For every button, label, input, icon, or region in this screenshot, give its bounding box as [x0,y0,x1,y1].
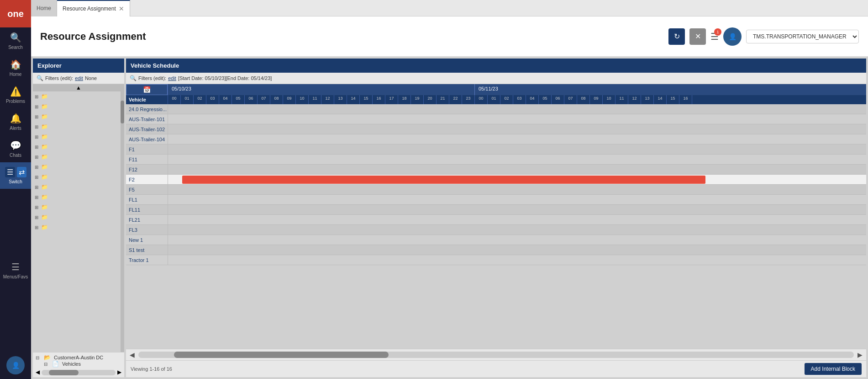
vehicle-name[interactable]: AUS-Trailer-102 [126,124,168,134]
vehicle-name[interactable]: AUS-Trailer-101 [126,114,168,124]
vehicle-name[interactable]: F12 [126,165,168,174]
vehicle-schedule [168,215,866,224]
vehicle-name[interactable]: FL3 [126,225,168,235]
tree-row[interactable]: ⊞📁 [33,192,124,202]
hour-cell: 03 [206,95,219,104]
schedule-block[interactable] [182,176,706,184]
tree-row[interactable]: ⊞📁 [33,172,124,182]
tree-bottom-vehicles[interactable]: ⊟ 📄 Vehicles [36,361,121,367]
user-select[interactable]: TMS.TRANSPORTATION_MANAGER [746,30,859,43]
scroll-right-arrow[interactable]: ▶ [857,351,863,358]
sidebar-item-problems[interactable]: ⚠️ Problems [0,81,31,108]
refresh-button[interactable]: ↻ [668,28,685,45]
app-logo[interactable]: one [0,0,31,27]
sidebar-item-switch[interactable]: ☰ ⇄ Switch [0,162,31,189]
hours-container: 0001020304050607080910111213141516171819… [168,95,866,104]
vehicle-row: S1 test [126,245,866,255]
vehicle-schedule [168,205,866,214]
tree-row[interactable]: ⊞📁 [33,182,124,192]
vehicle-row: New 1 [126,235,866,245]
hour-cell: 07 [564,95,577,104]
menus-icon: ☰ [11,262,20,272]
vehicle-name[interactable]: AUS-Trailer-104 [126,134,168,144]
sidebar-user-avatar[interactable]: 👤 [0,352,31,379]
tree-row[interactable]: ⊞📁 [33,212,124,222]
avatar[interactable]: 👤 [6,356,25,374]
switch-right-icon: ⇄ [17,167,26,177]
schedule-filter-edit[interactable]: edit [168,75,176,81]
switch-left-icon: ☰ [5,167,15,177]
vehicle-row: FL21 [126,215,866,225]
vehicle-name[interactable]: New 1 [126,235,168,245]
hour-cell: 08 [577,95,590,104]
close-button[interactable]: ✕ [689,28,706,45]
tree-row[interactable]: ⊞📁 [33,101,124,112]
hour-cell: 07 [258,95,270,104]
scroll-left-arrow[interactable]: ◀ [130,351,135,358]
calendar-button[interactable]: 📅 [126,84,168,95]
tree-row[interactable]: ⊞📁 [33,152,124,162]
vehicle-row: F1 [126,144,866,155]
tab-close-icon[interactable]: ✕ [119,5,124,12]
vehicle-name[interactable]: F1 [126,144,168,154]
hour-cell: 00 [168,95,181,104]
hscroll-track[interactable] [42,370,116,375]
filter-icon: 🔍 [37,75,43,81]
hscroll-left[interactable]: ◀ [36,369,40,375]
sidebar-item-chats[interactable]: 💬 Chats [0,135,31,162]
tree-row[interactable]: ⊞📁 [33,91,124,101]
calendar-button-cell: 📅 [126,84,168,95]
tab-home[interactable]: Home [31,0,57,16]
hour-cell: 17 [385,95,398,104]
sidebar-item-problems-label: Problems [6,99,25,104]
hour-cell: 11 [615,95,628,104]
tree-row[interactable]: ⊞📁 [33,222,124,232]
tree-scrollbar-v[interactable] [121,91,124,352]
sidebar-item-alerts[interactable]: 🔔 Alerts [0,108,31,135]
hour-cell: 08 [270,95,283,104]
tree-scroll-up[interactable]: ▲ [33,84,124,91]
search-icon: 🔍 [10,32,21,43]
hour-cell: 15 [360,95,373,104]
vehicle-name[interactable]: 24.0 Regressio... [126,104,168,114]
vehicle-row: FL3 [126,225,866,235]
hour-cell: 06 [552,95,564,104]
vehicle-name[interactable]: F11 [126,155,168,164]
tree-row[interactable]: ⊞📁 [33,112,124,122]
explorer-filter-edit[interactable]: edit [75,75,83,81]
sidebar-item-menus[interactable]: ☰ Menus/Favs [0,257,31,284]
hour-cell: 05 [539,95,552,104]
tree-area: ▲ ⊞📁 ⊞📁 ⊞📁 ⊞📁 ⊞📁 ⊞📁 ⊞📁 ⊞📁 ⊞📁 ⊞📁 ⊞📁 ⊞📁 ⊞📁… [33,84,124,352]
vehicle-name[interactable]: F2 [126,175,168,184]
alerts-icon: 🔔 [10,113,21,124]
hour-cell: 22 [449,95,462,104]
hour-cell: 23 [462,95,475,104]
vehicle-schedule [168,165,866,174]
tree-row[interactable]: ⊞📁 [33,202,124,212]
tree-row[interactable]: ⊞📁 [33,132,124,142]
vehicle-name[interactable]: FL1 [126,195,168,204]
tree-row[interactable]: ⊞📁 [33,162,124,172]
vehicle-name[interactable]: FL11 [126,205,168,214]
page-header: Resource Assignment ↻ ✕ ☰ 1 👤 TMS.TRANSP… [31,16,868,57]
vehicle-name[interactable]: Tractor 1 [126,255,168,265]
hscroll-thumb [49,370,79,375]
tree-row[interactable]: ⊞📁 [33,122,124,132]
vehicle-name[interactable]: S1 test [126,245,168,255]
user-avatar[interactable]: 👤 [723,27,742,46]
tree-row[interactable]: ⊞📁 [33,142,124,152]
tree-bottom-customer[interactable]: ⊟ 📂 CustomerA-Austin DC [36,354,121,361]
hscroll-right[interactable]: ▶ [117,369,121,375]
menu-button[interactable]: ☰ 1 [710,31,719,42]
sidebar-item-home[interactable]: 🏠 Home [0,54,31,81]
tree-customer-label: CustomerA-Austin DC [54,355,103,360]
vehicle-name[interactable]: FL21 [126,215,168,224]
add-internal-button[interactable]: Add Internal Block [805,363,862,375]
tab-resource-assignment[interactable]: Resource Assignment ✕ [57,0,130,16]
home-icon: 🏠 [10,59,21,70]
vehicle-name[interactable]: F5 [126,185,168,194]
sidebar-item-search[interactable]: 🔍 Search [0,27,31,54]
explorer-filter-label: Filters (edit): [45,75,73,81]
scroll-track[interactable] [138,352,854,358]
hour-cell: 03 [513,95,526,104]
